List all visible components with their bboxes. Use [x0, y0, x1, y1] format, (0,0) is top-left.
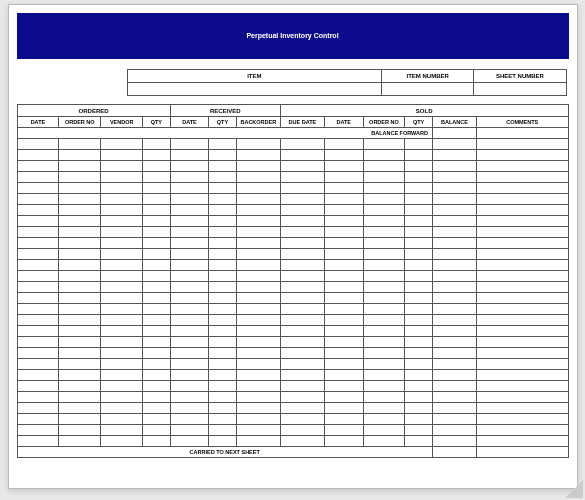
cell[interactable] [324, 425, 363, 436]
cell[interactable] [324, 172, 363, 183]
cell[interactable] [209, 260, 237, 271]
cell[interactable] [324, 194, 363, 205]
cell[interactable] [143, 172, 171, 183]
cell[interactable] [170, 359, 209, 370]
cell[interactable] [101, 392, 143, 403]
cell[interactable] [59, 381, 101, 392]
cell[interactable] [477, 260, 569, 271]
cell[interactable] [143, 425, 171, 436]
cell[interactable] [324, 161, 363, 172]
cell[interactable] [17, 414, 59, 425]
cell[interactable] [59, 150, 101, 161]
cell[interactable] [236, 304, 280, 315]
cell[interactable] [209, 249, 237, 260]
cell[interactable] [280, 326, 324, 337]
cell[interactable] [101, 337, 143, 348]
cell[interactable] [209, 194, 237, 205]
cell[interactable] [101, 381, 143, 392]
cell[interactable] [405, 381, 433, 392]
cell[interactable] [170, 260, 209, 271]
cell[interactable] [101, 436, 143, 447]
cell[interactable] [432, 161, 476, 172]
cell[interactable] [363, 150, 405, 161]
cell[interactable] [209, 370, 237, 381]
cell[interactable] [209, 139, 237, 150]
cell[interactable] [405, 348, 433, 359]
cell[interactable] [432, 392, 476, 403]
cell[interactable] [405, 183, 433, 194]
cell[interactable] [363, 183, 405, 194]
cell[interactable] [143, 359, 171, 370]
cell[interactable] [59, 436, 101, 447]
cell[interactable] [324, 304, 363, 315]
cell[interactable] [59, 337, 101, 348]
cell[interactable] [17, 381, 59, 392]
cell[interactable] [405, 436, 433, 447]
cell[interactable] [432, 315, 476, 326]
cell[interactable] [101, 326, 143, 337]
cell[interactable] [477, 172, 569, 183]
cell[interactable] [170, 414, 209, 425]
cell[interactable] [405, 282, 433, 293]
balance-forward-comments[interactable] [477, 128, 569, 139]
cell[interactable] [280, 161, 324, 172]
cell[interactable] [405, 315, 433, 326]
cell[interactable] [477, 425, 569, 436]
cell[interactable] [209, 381, 237, 392]
cell[interactable] [280, 414, 324, 425]
cell[interactable] [143, 304, 171, 315]
cell[interactable] [143, 381, 171, 392]
cell[interactable] [363, 227, 405, 238]
cell[interactable] [280, 249, 324, 260]
cell[interactable] [170, 370, 209, 381]
cell[interactable] [324, 381, 363, 392]
cell[interactable] [280, 381, 324, 392]
cell[interactable] [280, 392, 324, 403]
cell[interactable] [363, 282, 405, 293]
cell[interactable] [280, 150, 324, 161]
cell[interactable] [170, 194, 209, 205]
cell[interactable] [432, 337, 476, 348]
cell[interactable] [405, 216, 433, 227]
cell[interactable] [143, 414, 171, 425]
cell[interactable] [477, 150, 569, 161]
cell[interactable] [143, 260, 171, 271]
cell[interactable] [59, 205, 101, 216]
cell[interactable] [17, 403, 59, 414]
cell[interactable] [170, 348, 209, 359]
cell[interactable] [280, 359, 324, 370]
cell[interactable] [405, 293, 433, 304]
cell[interactable] [59, 326, 101, 337]
cell[interactable] [101, 304, 143, 315]
cell[interactable] [432, 260, 476, 271]
cell[interactable] [59, 282, 101, 293]
cell[interactable] [477, 414, 569, 425]
cell[interactable] [143, 326, 171, 337]
cell[interactable] [236, 172, 280, 183]
cell[interactable] [17, 271, 59, 282]
cell[interactable] [143, 249, 171, 260]
cell[interactable] [405, 238, 433, 249]
cell[interactable] [324, 392, 363, 403]
cell[interactable] [324, 315, 363, 326]
cell[interactable] [324, 260, 363, 271]
cell[interactable] [17, 304, 59, 315]
cell[interactable] [405, 370, 433, 381]
cell[interactable] [236, 205, 280, 216]
cell[interactable] [101, 205, 143, 216]
cell[interactable] [477, 227, 569, 238]
cell[interactable] [101, 348, 143, 359]
cell[interactable] [59, 172, 101, 183]
cell[interactable] [17, 161, 59, 172]
cell[interactable] [280, 315, 324, 326]
cell[interactable] [477, 315, 569, 326]
cell[interactable] [236, 150, 280, 161]
cell[interactable] [17, 183, 59, 194]
cell[interactable] [432, 425, 476, 436]
cell[interactable] [59, 161, 101, 172]
cell[interactable] [143, 370, 171, 381]
cell[interactable] [209, 326, 237, 337]
cell[interactable] [363, 392, 405, 403]
cell[interactable] [143, 348, 171, 359]
cell[interactable] [432, 359, 476, 370]
